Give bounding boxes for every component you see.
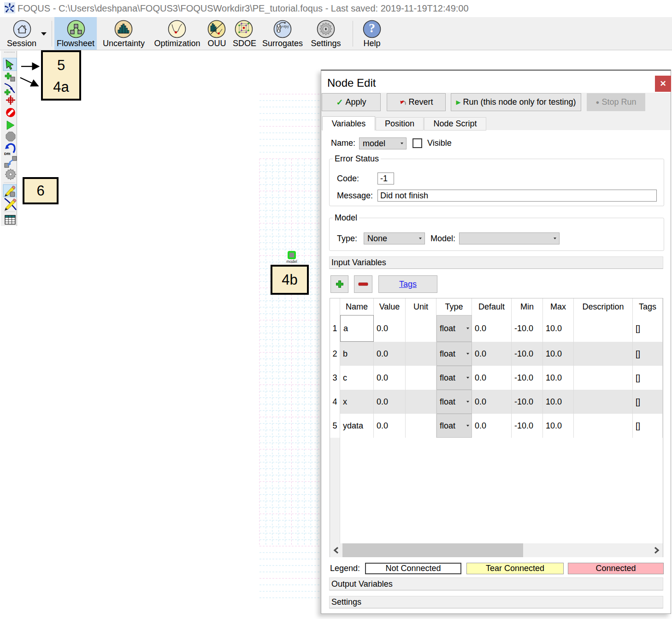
svg-text:?: ?: [369, 21, 375, 35]
svg-text:Dflt: Dflt: [4, 152, 11, 156]
svg-text:y=f(x): y=f(x): [280, 25, 289, 29]
